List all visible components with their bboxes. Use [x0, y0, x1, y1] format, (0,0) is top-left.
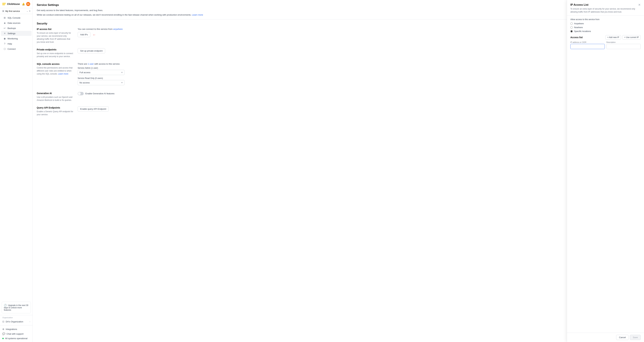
radio-nowhere-input[interactable] [570, 26, 573, 29]
private-endpoints-desc: Set up one or more endpoints to connect … [37, 52, 74, 58]
status-dot-icon [2, 338, 4, 339]
settings-icon: ≡ [3, 32, 6, 35]
sidebar-item-label: Backups [8, 27, 16, 29]
gen-ai-toggle[interactable] [78, 92, 84, 95]
cancel-button[interactable]: Cancel [616, 335, 628, 340]
org-icon: ⊡ [2, 320, 4, 323]
sql-console-learn-more[interactable]: Learn more [58, 73, 68, 75]
sql-console-left: SQL console access Control the permissio… [37, 63, 74, 75]
avatar[interactable]: DA [26, 2, 30, 6]
clickhouse-logo [2, 2, 6, 6]
setup-private-endpoint-button[interactable]: Set up private endpoint [78, 48, 105, 53]
add-service-button[interactable]: + [29, 9, 30, 12]
gen-ai-left: Generative AI Use LLM providers such as … [37, 92, 74, 102]
sidebar-item-help[interactable]: ? Help [1, 41, 32, 46]
service-selector[interactable]: ⊡ My first service ⌄ + [0, 8, 32, 14]
integrations-item[interactable]: ⊕ Integrations [2, 327, 30, 332]
radio-specific[interactable]: Specific locations [570, 30, 641, 32]
sidebar-item-data-sources[interactable]: ◈ Data sources [1, 20, 32, 25]
sidebar-item-label: Settings [8, 32, 16, 35]
users-link[interactable]: 1 user [88, 63, 94, 65]
save-button[interactable]: Save [630, 335, 641, 340]
private-endpoints-left: Private endpoints Set up one or more end… [37, 48, 74, 58]
use-current-ip-button[interactable]: + Use current IP [622, 35, 641, 39]
sidebar-item-label: Connect [8, 48, 16, 50]
sidebar-item-monitoring[interactable]: ◉ Monitoring [1, 36, 32, 41]
query-api-label: Query API Endpoints [37, 106, 74, 109]
access-from-label: Allow access to this service from [570, 18, 641, 21]
main-content: Service Settings Get early access to the… [33, 0, 644, 342]
page-content-area: Service Settings Get early access to the… [33, 0, 644, 124]
private-endpoints-label: Private endpoints [37, 48, 74, 51]
ip-panel-desc: To ensure an extra layer of security for… [570, 7, 637, 13]
learn-more-link[interactable]: Learn more [192, 13, 203, 16]
svg-rect-3 [5, 3, 6, 4]
radio-nowhere[interactable]: Nowhere [570, 26, 641, 29]
query-api-left: Query API Endpoints Enable a Generic Que… [37, 106, 74, 116]
query-api-desc: Enable a Generic Query API endpoint for … [37, 110, 74, 116]
sidebar-item-label: Data sources [8, 22, 20, 24]
radio-specific-input[interactable] [570, 30, 573, 32]
svg-rect-2 [4, 3, 5, 5]
connect-location-link[interactable]: anywhere [113, 28, 122, 30]
sidebar-item-sql-console[interactable]: ⊞ SQL Console [1, 15, 32, 20]
sql-console-label: SQL console access [37, 63, 74, 65]
query-api-section: Query API Endpoints Enable a Generic Que… [37, 106, 640, 116]
bell-icon[interactable]: 🔔 [22, 3, 25, 5]
radio-anywhere[interactable]: Anywhere [570, 22, 641, 25]
readonly-access-select[interactable]: Full access Read only No access [78, 80, 124, 85]
radio-anywhere-label: Anywhere [574, 22, 584, 25]
sidebar-item-label: SQL Console [8, 16, 20, 19]
sidebar-item-settings[interactable]: ≡ Settings [1, 31, 32, 36]
desc-field-label: Description [606, 41, 641, 43]
status-item: All systems operational [2, 336, 30, 341]
sidebar-item-connect[interactable]: ⬡ Connect [1, 46, 32, 51]
close-icon[interactable]: ✕ [638, 3, 641, 6]
org-name: DA's Organization [6, 320, 23, 323]
chat-support-item[interactable]: 💬 Chat with support [2, 332, 30, 336]
page-title: Service Settings [37, 3, 640, 7]
description-input[interactable] [606, 44, 641, 49]
gen-ai-right: Enable Generative AI features [78, 92, 640, 95]
upgrade-box: 🕐 Upgrade in the next 30 days to unlock … [2, 302, 31, 313]
integrations-icon: ⊕ [2, 328, 4, 331]
ip-access-panel: IP Access List To ensure an extra layer … [567, 0, 644, 342]
service-name: My first service [5, 10, 26, 12]
backups-icon: ↩ [3, 27, 6, 29]
radio-anywhere-input[interactable] [570, 22, 573, 25]
gen-ai-label: Generative AI [37, 92, 74, 95]
add-new-ip-button[interactable]: + Add new IP [606, 35, 621, 39]
ip-field-label: IP address or CIDR [570, 41, 605, 43]
connect-text: You can connect to this service from any… [78, 28, 640, 30]
enable-query-api-button[interactable]: Enable query API Endpoint [78, 106, 109, 112]
sidebar-item-backups[interactable]: ↩ Backups [1, 26, 32, 31]
org-item[interactable]: ⊡ DA's Organization › [2, 319, 30, 324]
sql-console-icon: ⊞ [3, 16, 6, 19]
ip-panel-header: IP Access List To ensure an extra layer … [567, 0, 644, 15]
sidebar-bottom: ⊕ Integrations 💬 Chat with support All s… [0, 325, 32, 342]
desc-field-group: Description [606, 41, 641, 49]
monitoring-icon: ◉ [3, 37, 6, 40]
access-list-header: Access list + Add new IP + Use current I… [570, 35, 641, 39]
sql-console-right: There are 1 user with access to this ser… [78, 63, 640, 87]
ip-access-right: You can connect to this service from any… [78, 28, 640, 37]
admin-role-label: Service Admin (1 user) [78, 67, 640, 69]
radio-group: Anywhere Nowhere Specific locations [570, 22, 641, 32]
sql-console-access-section: SQL console access Control the permissio… [37, 63, 640, 87]
service-icon: ⊡ [2, 10, 4, 12]
sidebar-header: ClickHouse 🔔 DA [0, 0, 32, 8]
early-access-desc: While we conduct extensive testing on al… [37, 13, 640, 16]
ip-access-list-section: IP access list To ensure an extra layer … [37, 28, 640, 43]
readonly-role-label: Service Read Only (0 users) [78, 77, 640, 79]
chevron-down-icon: ⌄ [26, 10, 28, 12]
ip-address-input[interactable] [570, 44, 605, 49]
ip-access-desc: To ensure an extra layer of security for… [37, 31, 74, 43]
admin-access-select[interactable]: Full access Read only No access [78, 70, 124, 75]
query-api-right: Enable query API Endpoint [78, 106, 640, 112]
chat-support-label: Chat with support [6, 333, 24, 335]
help-icon: ? [3, 42, 6, 45]
org-label: Organization [2, 317, 30, 319]
add-ips-button[interactable]: Add IPs [78, 32, 90, 37]
integrations-label: Integrations [6, 328, 17, 331]
clock-icon: 🕐 [4, 304, 7, 307]
